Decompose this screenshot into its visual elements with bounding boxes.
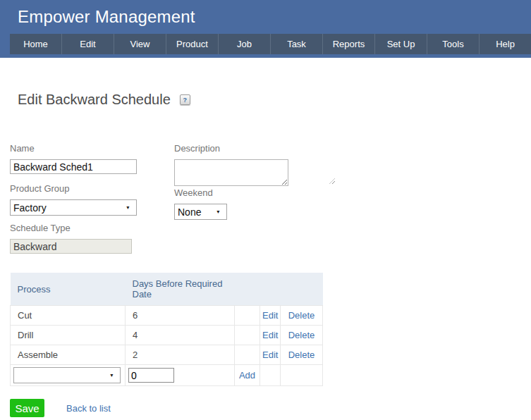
nav-item-edit[interactable]: Edit bbox=[61, 34, 114, 54]
resize-handle-icon bbox=[329, 178, 335, 184]
empty-cell bbox=[235, 326, 260, 345]
actions-row: Save Back to list bbox=[10, 399, 531, 417]
title-row: Edit Backward Schedule ? bbox=[18, 90, 531, 109]
empty-cell bbox=[235, 345, 260, 365]
nav-item-view[interactable]: View bbox=[114, 34, 166, 54]
app-header: Empower Management bbox=[0, 0, 531, 34]
process-cell: Cut bbox=[11, 306, 126, 326]
table-row: Assemble 2 Edit Delete bbox=[11, 345, 323, 365]
nav-item-help[interactable]: Help bbox=[479, 34, 531, 54]
table-row: Cut 6 Edit Delete bbox=[11, 306, 323, 326]
product-group-select[interactable]: Factory bbox=[10, 199, 137, 216]
edit-link[interactable]: Edit bbox=[262, 350, 278, 360]
nav-item-tools[interactable]: Tools bbox=[427, 34, 479, 54]
empty-cell bbox=[281, 365, 323, 386]
nav-item-reports[interactable]: Reports bbox=[322, 34, 374, 54]
empty-cell bbox=[235, 306, 260, 326]
column-header-process: Process bbox=[11, 273, 126, 306]
main-nav: Home Edit View Product Job Task Reports … bbox=[10, 34, 531, 54]
column-header-days: Days Before Required Date bbox=[126, 273, 235, 306]
app-title: Empower Management bbox=[18, 7, 195, 27]
delete-link[interactable]: Delete bbox=[288, 330, 315, 340]
nav-item-task[interactable]: Task bbox=[270, 34, 322, 54]
empty-header-cell bbox=[281, 273, 323, 306]
process-cell: Drill bbox=[11, 326, 126, 345]
help-icon[interactable]: ? bbox=[180, 94, 190, 105]
add-link[interactable]: Add bbox=[239, 370, 255, 381]
schedule-type-input bbox=[10, 239, 132, 254]
add-days-input[interactable] bbox=[128, 368, 174, 383]
nav-item-job[interactable]: Job bbox=[218, 34, 270, 54]
nav-strip: Home Edit View Product Job Task Reports … bbox=[0, 34, 531, 58]
schedule-type-label: Schedule Type bbox=[10, 223, 174, 234]
page-title: Edit Backward Schedule bbox=[18, 92, 171, 108]
description-label: Description bbox=[174, 143, 336, 154]
name-label: Name bbox=[10, 143, 174, 154]
weekend-label: Weekend bbox=[174, 187, 336, 199]
nav-item-setup[interactable]: Set Up bbox=[374, 34, 427, 54]
form-column-right: Description Weekend None ▼ bbox=[174, 143, 336, 254]
process-table: Process Days Before Required Date Cut 6 … bbox=[10, 273, 323, 386]
edit-link[interactable]: Edit bbox=[262, 310, 278, 321]
description-textarea[interactable] bbox=[174, 159, 288, 186]
main-content: Edit Backward Schedule ? Name Product Gr… bbox=[0, 90, 531, 417]
nav-item-home[interactable]: Home bbox=[10, 34, 61, 54]
save-button[interactable]: Save bbox=[10, 399, 44, 417]
edit-link[interactable]: Edit bbox=[262, 330, 278, 340]
delete-link[interactable]: Delete bbox=[288, 310, 315, 321]
back-to-list-link[interactable]: Back to list bbox=[66, 403, 111, 414]
product-group-label: Product Group bbox=[10, 183, 174, 194]
days-cell: 2 bbox=[126, 345, 235, 365]
empty-cell bbox=[260, 365, 281, 386]
form-column-left: Name Product Group Factory ▼ Schedule Ty… bbox=[10, 143, 174, 254]
empty-header-cell bbox=[235, 273, 260, 306]
days-cell: 6 bbox=[126, 306, 235, 326]
add-process-select[interactable] bbox=[13, 367, 121, 383]
name-input[interactable] bbox=[10, 159, 137, 174]
add-row: ▼ Add bbox=[11, 365, 323, 386]
days-cell: 4 bbox=[126, 326, 235, 345]
delete-link[interactable]: Delete bbox=[288, 350, 315, 360]
process-cell: Assemble bbox=[11, 345, 126, 365]
nav-item-product[interactable]: Product bbox=[166, 34, 218, 54]
weekend-select[interactable]: None bbox=[174, 204, 227, 220]
empty-header-cell bbox=[260, 273, 281, 306]
schedule-form: Name Product Group Factory ▼ Schedule Ty… bbox=[10, 143, 531, 254]
table-header-row: Process Days Before Required Date bbox=[11, 273, 323, 306]
table-row: Drill 4 Edit Delete bbox=[11, 326, 323, 345]
